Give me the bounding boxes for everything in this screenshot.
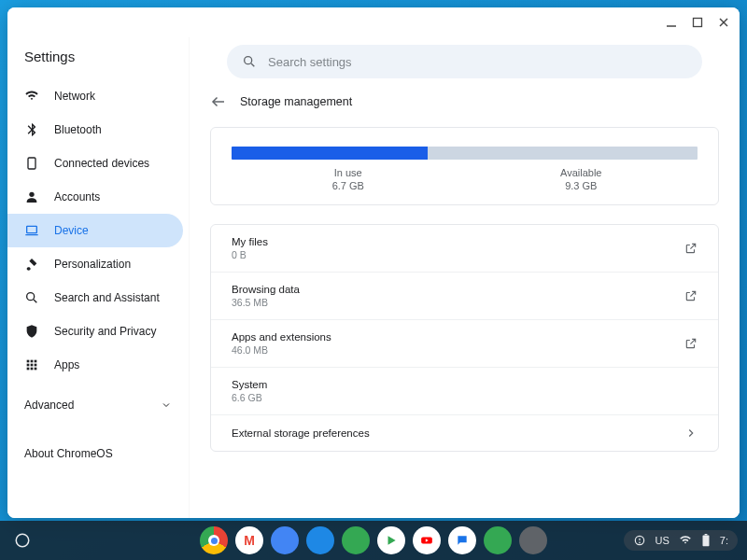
svg-point-19 <box>245 57 252 64</box>
storage-item-external-preferences[interactable]: External storage preferences <box>211 414 718 451</box>
sidebar-advanced[interactable]: Advanced <box>7 387 189 423</box>
list-item-title: My files <box>232 236 268 247</box>
sidebar-item-connected-devices[interactable]: Connected devices <box>7 147 183 180</box>
available-label: Available <box>560 167 601 178</box>
sidebar-item-label: Security and Privacy <box>54 325 156 338</box>
laptop-icon <box>24 223 39 238</box>
notification-icon <box>633 534 646 547</box>
search-bar[interactable] <box>227 45 702 78</box>
open-external-icon <box>684 242 698 255</box>
app-camera[interactable] <box>342 526 370 554</box>
svg-rect-10 <box>27 360 30 363</box>
storage-item-my-files[interactable]: My files 0 B <box>211 225 718 272</box>
in-use-value: 6.7 GB <box>332 180 364 191</box>
launcher-button[interactable] <box>9 527 35 553</box>
svg-point-22 <box>16 534 29 547</box>
content-area: Settings Network Bluetooth Connected dev… <box>7 37 740 518</box>
available-column: Available 9.3 GB <box>465 167 698 191</box>
sidebar-item-search-assistant[interactable]: Search and Assistant <box>7 281 183 315</box>
sidebar-item-bluetooth[interactable]: Bluetooth <box>7 113 183 147</box>
wifi-status-icon <box>679 534 692 547</box>
app-gmail[interactable]: M <box>235 526 263 554</box>
about-label: About ChromeOS <box>24 447 113 460</box>
close-button[interactable] <box>717 16 730 29</box>
svg-rect-1 <box>694 19 702 27</box>
svg-rect-6 <box>27 226 37 232</box>
app-play[interactable] <box>377 526 405 554</box>
available-value: 9.3 GB <box>565 180 597 191</box>
svg-rect-27 <box>702 535 709 546</box>
person-icon <box>24 189 39 204</box>
sidebar-item-label: Connected devices <box>54 157 149 170</box>
app-other[interactable] <box>519 526 547 554</box>
open-external-icon <box>684 289 698 302</box>
connected-devices-icon <box>24 156 39 171</box>
storage-summary-card: In use 6.7 GB Available 9.3 GB <box>210 127 719 205</box>
svg-rect-13 <box>27 364 30 367</box>
sidebar-item-label: Apps <box>54 358 79 371</box>
app-youtube[interactable] <box>413 526 441 554</box>
chevron-right-icon <box>684 427 698 440</box>
launcher-icon <box>14 532 31 549</box>
svg-rect-28 <box>704 534 707 535</box>
storage-item-system: System 6.6 GB <box>211 367 718 414</box>
svg-line-20 <box>251 63 254 66</box>
sidebar-item-personalization[interactable]: Personalization <box>7 247 183 281</box>
sidebar-item-label: Accounts <box>54 190 100 203</box>
storage-bar <box>232 147 698 160</box>
status-tray[interactable]: US 7: <box>624 530 738 551</box>
list-item-sub: 46.0 MB <box>232 344 331 356</box>
sidebar-item-label: Network <box>54 90 95 103</box>
app-title: Settings <box>7 39 189 79</box>
search-input[interactable] <box>268 55 687 69</box>
paint-icon <box>24 257 39 272</box>
svg-line-9 <box>34 300 36 302</box>
app-messages[interactable] <box>448 526 476 554</box>
shield-icon <box>24 324 39 339</box>
svg-rect-4 <box>28 158 35 169</box>
sidebar-item-accounts[interactable]: Accounts <box>7 180 183 214</box>
list-item-title: External storage preferences <box>232 427 370 439</box>
app-files[interactable] <box>306 526 334 554</box>
page-title: Storage management <box>240 95 352 108</box>
list-item-sub: 36.5 MB <box>232 297 300 308</box>
sidebar-about[interactable]: About ChromeOS <box>7 430 189 477</box>
status-lang: US <box>655 535 669 546</box>
svg-rect-17 <box>31 368 34 371</box>
list-item-title: Browsing data <box>232 284 300 295</box>
svg-rect-16 <box>27 368 30 371</box>
main-panel: Storage management In use 6.7 GB Availab… <box>190 37 740 518</box>
sidebar-item-label: Search and Assistant <box>54 291 160 304</box>
search-icon <box>24 290 39 305</box>
minimize-button[interactable] <box>665 16 678 29</box>
sidebar-item-label: Personalization <box>54 258 131 271</box>
sidebar-item-label: Bluetooth <box>54 123 102 136</box>
arrow-left-icon <box>210 93 227 110</box>
in-use-label: In use <box>334 167 362 178</box>
bluetooth-icon <box>24 122 39 137</box>
storage-item-apps-extensions[interactable]: Apps and extensions 46.0 MB <box>211 319 718 367</box>
settings-window: Settings Network Bluetooth Connected dev… <box>7 7 740 518</box>
app-settings[interactable] <box>484 526 512 554</box>
storage-bar-used <box>232 147 428 160</box>
sidebar-item-device[interactable]: Device <box>7 214 183 247</box>
back-button[interactable] <box>210 93 227 110</box>
status-time: 7: <box>720 535 728 546</box>
sidebar-item-network[interactable]: Network <box>7 79 183 113</box>
storage-items-card: My files 0 B Browsing data 36.5 MB Apps … <box>210 224 719 452</box>
app-docs[interactable] <box>271 526 299 554</box>
wifi-icon <box>24 89 39 104</box>
storage-item-browsing-data[interactable]: Browsing data 36.5 MB <box>211 272 718 319</box>
svg-point-8 <box>27 293 35 301</box>
shelf: M US 7: <box>0 521 747 560</box>
advanced-label: Advanced <box>24 399 74 412</box>
apps-icon <box>24 357 39 372</box>
sidebar-item-security-privacy[interactable]: Security and Privacy <box>7 315 183 348</box>
sidebar-item-apps[interactable]: Apps <box>7 348 183 382</box>
sidebar-item-label: Device <box>54 224 89 237</box>
in-use-column: In use 6.7 GB <box>232 167 465 191</box>
app-chrome[interactable] <box>200 526 228 554</box>
search-icon <box>242 54 257 69</box>
maximize-button[interactable] <box>691 16 704 29</box>
window-titlebar <box>7 7 740 37</box>
